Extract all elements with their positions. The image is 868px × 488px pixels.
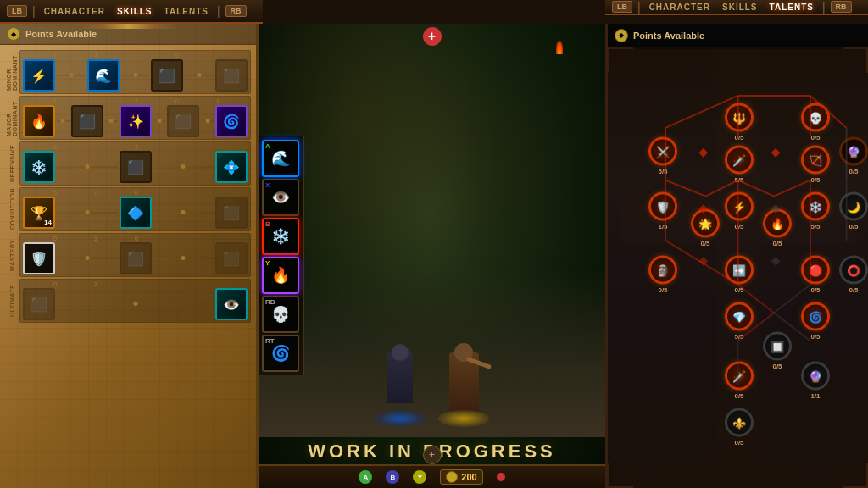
talent-node-10[interactable]: 🔥 0/5 <box>763 209 792 247</box>
top-nav: LB | CHARACTER SKILLS TALENTS | RB LB | … <box>0 0 868 24</box>
skill-major-5[interactable]: 🌀 <box>215 105 248 137</box>
talent-score-3: 5/5 <box>658 168 667 175</box>
skill-minor-1[interactable]: ⚡ <box>23 59 55 92</box>
skill-ult-1[interactable]: ⬛ <box>23 288 55 320</box>
category-label-mastery: Mastery <box>5 236 19 274</box>
talent-node-22[interactable]: ⚜️ 0/5 <box>725 408 754 446</box>
char-1-shadow <box>375 410 426 427</box>
tab-talents-left[interactable]: TALENTS <box>161 5 212 18</box>
talent-circle-12: 🌙 <box>839 192 868 221</box>
talent-node-2[interactable]: 💀 0/5 <box>801 103 830 141</box>
skill-slot-rb[interactable]: RB 💀 <box>262 296 299 333</box>
talent-score-2: 0/5 <box>810 134 820 141</box>
connector-mas2 <box>153 258 214 259</box>
skill-minor-4[interactable]: ⬛ <box>215 59 248 92</box>
tab-skills-left[interactable]: SKILLS <box>114 5 156 18</box>
talent-circle-19: 🔲 <box>763 332 792 361</box>
talent-circle-20: 🗡️ <box>725 362 754 391</box>
skills-content[interactable]: Minor Dominant 7 4 0 <box>0 45 256 484</box>
lb-button-right[interactable]: LB <box>612 1 632 13</box>
slot-rt-icon: 🌀 <box>271 344 290 363</box>
talent-node-15[interactable]: 🔴 0/5 <box>801 256 830 294</box>
talent-score-17: 5/5 <box>734 333 743 341</box>
talents-points-icon: ◆ <box>615 29 628 42</box>
connector-u1 <box>57 303 214 305</box>
nav-sep-left: | <box>32 4 36 18</box>
skill-con-1[interactable]: 🏆 14 <box>23 197 55 229</box>
skill-slot-b[interactable]: B ❄️ <box>262 218 299 255</box>
button-b-icon[interactable]: B <box>386 470 399 484</box>
nav-left: LB | CHARACTER SKILLS TALENTS | RB <box>0 0 263 24</box>
button-y-icon[interactable]: Y <box>413 470 426 484</box>
skill-def-3[interactable]: 💠 <box>215 151 248 183</box>
skill-slot-y[interactable]: Y 🔥 <box>262 257 299 294</box>
skill-major-4[interactable]: ⬛ <box>167 105 199 137</box>
talent-node-21[interactable]: 🔮 1/1 <box>801 362 830 400</box>
talent-node-17[interactable]: 💎 5/5 <box>725 302 754 341</box>
torch-flame <box>556 41 563 54</box>
talent-node-13[interactable]: 🗿 0/5 <box>648 256 677 294</box>
nav-bottom-icon[interactable]: + <box>423 446 442 464</box>
slot-x-icon: 👁️ <box>271 188 290 207</box>
rb-button-left[interactable]: RB <box>225 5 247 17</box>
skill-major-2[interactable]: ⬛ <box>71 105 103 137</box>
talent-node-14[interactable]: ➡️ 0/5 <box>725 256 754 294</box>
slot-y-icon: 🔥 <box>271 266 290 285</box>
rb-button-right[interactable]: RB <box>831 1 852 13</box>
skill-minor-3[interactable]: ⬛ <box>151 59 183 92</box>
skill-slot-a[interactable]: A 🌊 <box>262 140 299 177</box>
talent-node-5[interactable]: 🏹 0/5 <box>801 146 830 184</box>
skill-row-ultimate: Ultimate 0 2 ⬛ 👁️ <box>5 279 251 323</box>
skill-con-3[interactable]: ⬛ <box>215 197 248 229</box>
talent-score-4: 5/5 <box>734 176 743 184</box>
skill-slot-x[interactable]: X 👁️ <box>262 179 299 216</box>
talent-circle-18: 🌀 <box>801 302 830 331</box>
tab-character-left[interactable]: CHARACTER <box>41 5 108 18</box>
talent-node-11[interactable]: ❄️ 5/5 <box>801 192 830 230</box>
char-figure-2 <box>445 352 483 420</box>
category-label-conviction: Conviction <box>5 191 19 228</box>
talent-node-6[interactable]: 🔮 0/5 <box>839 137 868 175</box>
conviction-skills: 5 7 0 🏆 14 <box>19 187 251 231</box>
svg-rect-26 <box>771 148 781 158</box>
button-a-icon[interactable]: A <box>359 470 372 484</box>
tab-skills-right[interactable]: SKILLS <box>719 1 761 14</box>
skill-def-1[interactable]: ❄️ <box>23 151 55 183</box>
talent-node-7[interactable]: 🛡️ 1/5 <box>648 192 677 230</box>
talent-tree: 🔱 0/5 💀 0/5 ⚔️ 5/5 🗡️ 5/5 🏹 0/5 🔮 <box>608 47 868 488</box>
lb-button-left[interactable]: LB <box>7 5 27 17</box>
talent-circle-9: ⚡ <box>725 192 754 221</box>
skill-major-3[interactable]: ✨ <box>120 105 152 137</box>
talent-score-22: 0/5 <box>734 439 743 446</box>
tab-talents-right[interactable]: TALENTS <box>766 1 817 14</box>
char-figure-1 <box>381 352 420 420</box>
add-skill-button[interactable]: + <box>423 27 442 46</box>
skill-def-2[interactable]: ⬛ <box>120 151 152 183</box>
skill-mas-2[interactable]: ⬛ <box>120 242 152 274</box>
skill-slot-rt[interactable]: RT 🌀 <box>262 335 299 372</box>
skill-mas-3[interactable]: ⬛ <box>215 242 248 274</box>
talent-node-18[interactable]: 🌀 0/5 <box>801 302 830 341</box>
talent-node-19[interactable]: 🔲 0/5 <box>763 332 792 370</box>
skill-ult-2[interactable]: 👁️ <box>215 288 248 320</box>
skill-row-mastery: Mastery 0 1 0 🛡️ <box>5 233 251 277</box>
talent-circle-14: ➡️ <box>725 256 754 285</box>
talent-node-4[interactable]: 🗡️ 5/5 <box>725 146 754 184</box>
talent-node-8[interactable]: 🌟 0/5 <box>691 209 720 247</box>
talent-score-6: 0/5 <box>849 168 858 175</box>
talent-node-16[interactable]: ⭕ 0/5 <box>839 256 868 294</box>
skill-mas-1[interactable]: 🛡️ <box>23 242 55 274</box>
skill-minor-2[interactable]: 🌊 <box>87 59 120 92</box>
connector-m2 <box>105 120 118 122</box>
tab-character-right[interactable]: CHARACTER <box>646 1 714 14</box>
talent-node-12[interactable]: 🌙 0/5 <box>839 192 868 230</box>
nav-sep-right: | <box>637 0 641 14</box>
talent-node-9[interactable]: ⚡ 0/5 <box>725 192 754 230</box>
talent-node-20[interactable]: 🗡️ 0/5 <box>725 362 754 400</box>
slot-label-rb: RB <box>265 298 275 306</box>
talent-node-3[interactable]: ⚔️ 5/5 <box>648 137 677 175</box>
skill-con-2[interactable]: 🔷 <box>120 197 152 229</box>
talent-node-1[interactable]: 🔱 0/5 <box>725 103 754 141</box>
skill-major-1[interactable]: 🔥 <box>23 105 55 137</box>
connector-3 <box>185 75 214 76</box>
